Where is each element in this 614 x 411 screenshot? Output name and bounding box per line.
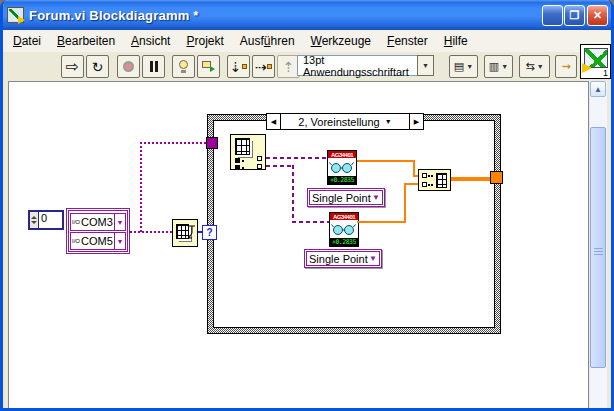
font-selector-dropdown-button[interactable]: ▼	[417, 55, 434, 76]
index-dot-icon	[242, 160, 244, 162]
instrument-banner: AG34401	[330, 213, 358, 220]
case-name-text: 2, Voreinstellung	[298, 116, 379, 128]
font-selector[interactable]: 13pt Anwendungsschriftart	[297, 55, 418, 76]
reorder-icon: ⇆	[525, 60, 534, 73]
menu-item-ansicht[interactable]: Ansicht	[123, 31, 178, 51]
scroll-up-button[interactable]: ▲	[590, 81, 606, 97]
abort-icon	[123, 61, 134, 72]
visa-value: COM3	[81, 216, 114, 228]
block-diagram-canvas[interactable]: 0 I/O COM3 ▼ I/O COM5 ▼	[8, 81, 589, 411]
align-objects-icon: ▤	[454, 60, 464, 73]
wire-dbl[interactable]	[413, 160, 415, 176]
wire-visa-array[interactable]	[140, 142, 142, 233]
visa-value: COM5	[81, 235, 114, 247]
index-array-node[interactable]	[230, 134, 266, 170]
visa-constant-com5[interactable]: I/O COM5 ▼	[70, 232, 126, 250]
wire-dbl[interactable]	[404, 183, 406, 223]
menu-item-datei[interactable]: Datei	[5, 31, 49, 51]
ring-value: Single Point	[312, 192, 371, 204]
step-node-icon	[267, 64, 272, 69]
window-title: Forum.vi Blockdiagramm *	[29, 8, 199, 23]
wire-dbl[interactable]	[404, 183, 419, 185]
previous-case-button[interactable]: ◀	[267, 114, 281, 129]
ring-value: Single Point	[309, 253, 368, 265]
output-tunnel[interactable]	[490, 171, 503, 184]
wire-visa[interactable]	[266, 165, 294, 167]
wire-visa[interactable]	[266, 157, 327, 159]
close-icon: ✕	[593, 9, 602, 22]
menu-item-bearbeiten[interactable]: Bearbeiten	[49, 31, 123, 51]
next-case-button[interactable]: ▶	[409, 114, 423, 129]
menu-item-werkzeuge[interactable]: Werkzeuge	[303, 31, 379, 51]
element-output-icon	[257, 156, 262, 161]
abort-button[interactable]	[117, 55, 140, 78]
wire-visa-array[interactable]	[140, 142, 206, 144]
maximize-button[interactable]: ❐	[564, 5, 585, 26]
step-into-button[interactable]: ⇣	[227, 55, 250, 78]
menu-item-hilfe[interactable]: Hilfe	[436, 31, 476, 51]
wire-visa[interactable]	[292, 165, 294, 222]
index-terminal-icon	[235, 158, 240, 163]
mode-ring-1[interactable]: Single Point ▼	[307, 188, 385, 207]
close-button[interactable]: ✕	[587, 5, 608, 26]
build-array-node[interactable]	[418, 169, 451, 191]
increment-decrement-spinner[interactable]	[30, 212, 39, 228]
retain-wire-values-button[interactable]	[197, 55, 220, 78]
run-continuous-icon: ↻	[92, 59, 104, 75]
array-grid-icon	[235, 138, 250, 155]
titlebar[interactable]: Forum.vi Blockdiagramm * _ ❐ ✕	[0, 0, 614, 30]
pause-icon	[150, 61, 158, 72]
numeric-control-terminal[interactable]: 0	[28, 210, 64, 230]
io-icon: I/O	[71, 219, 81, 225]
wire-dbl[interactable]	[357, 221, 406, 223]
visa-resource-cluster[interactable]: I/O COM3 ▼ I/O COM5 ▼	[66, 208, 130, 254]
chevron-right-icon: ▶	[414, 118, 419, 126]
spin-up-icon	[31, 216, 37, 219]
menubar: Datei Bearbeiten Ansicht Projekt Ausführ…	[3, 30, 611, 52]
labview-window: Forum.vi Blockdiagramm * _ ❐ ✕ Datei Bea…	[0, 0, 614, 411]
distribute-objects-button[interactable]: ▥▼	[484, 55, 513, 78]
index-terminal-icon	[235, 165, 240, 170]
run-button[interactable]: ⇨	[61, 55, 84, 78]
wire-dbl[interactable]	[357, 160, 415, 162]
chevron-down-icon: ▼	[537, 63, 544, 70]
chevron-down-icon[interactable]: ▼	[114, 214, 125, 230]
vertical-scroll-thumb[interactable]	[590, 127, 606, 368]
chevron-down-icon: ▼	[422, 62, 429, 69]
input-tunnel[interactable]	[206, 137, 218, 149]
eyeglasses-icon	[329, 161, 355, 174]
case-selector-label[interactable]: ◀ 2, Voreinstellung ▼ ▶	[266, 113, 424, 130]
case-name[interactable]: 2, Voreinstellung ▼	[281, 114, 409, 129]
spin-down-icon	[31, 221, 37, 224]
wire-visa-array[interactable]	[130, 231, 172, 233]
minimize-button[interactable]: _	[542, 5, 563, 26]
chevron-down-icon[interactable]: ▼	[114, 233, 125, 249]
menu-item-fenster[interactable]: Fenster	[379, 31, 436, 51]
align-objects-button[interactable]: ▤▼	[449, 55, 478, 78]
run-continuous-button[interactable]: ↻	[86, 55, 109, 78]
wire-dbl-array[interactable]	[451, 177, 491, 181]
step-into-icon: ⇣	[230, 59, 242, 75]
menu-item-ausfuehren[interactable]: Ausführen	[232, 31, 303, 51]
reorder-button[interactable]: ⇆▼	[519, 55, 550, 78]
labview-app-icon	[7, 7, 24, 23]
array-size-node[interactable]	[172, 219, 198, 247]
size-probe-icon	[188, 224, 196, 242]
highlight-execution-button[interactable]	[172, 55, 195, 78]
chevron-down-icon: ▼	[372, 193, 380, 202]
instrument-vi-2[interactable]: AG34401 +0.2835	[329, 212, 359, 247]
visa-constant-com3[interactable]: I/O COM3 ▼	[70, 213, 126, 231]
yellow-arrow-icon	[18, 16, 25, 24]
vertical-scrollbar[interactable]: ▲ ▼	[590, 81, 607, 411]
pause-button[interactable]	[142, 55, 165, 78]
menu-item-projekt[interactable]: Projekt	[178, 31, 231, 51]
step-over-button[interactable]: ⇢	[252, 55, 275, 78]
vi-icon[interactable]: 1	[580, 44, 611, 79]
case-selector-terminal[interactable]: ?	[202, 225, 217, 240]
instrument-vi-1[interactable]: AG34401 +0.2835	[327, 150, 357, 185]
wire-visa[interactable]	[292, 221, 329, 223]
client-area: 0 I/O COM3 ▼ I/O COM5 ▼	[3, 81, 611, 408]
mode-ring-2[interactable]: Single Point ▼	[304, 249, 382, 268]
index-dot-icon	[242, 167, 244, 169]
cleanup-diagram-button[interactable]: ⇝	[555, 55, 577, 78]
